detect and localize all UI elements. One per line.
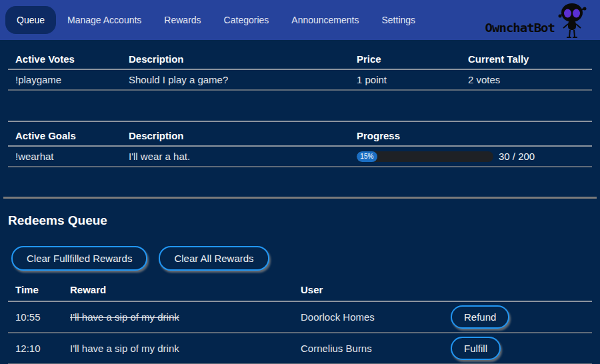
vote-description: Should I play a game? <box>121 70 349 91</box>
progress-count: 30 / 200 <box>499 151 535 162</box>
col-description: Description <box>121 49 349 70</box>
redeem-user: Doorlock Homes <box>293 302 449 333</box>
active-goals-header-row: Active Goals Description Progress <box>8 122 592 147</box>
tab-manage-accounts[interactable]: Manage Accounts <box>56 6 153 34</box>
redeem-time: 12:10 <box>8 333 63 364</box>
tab-queue[interactable]: Queue <box>5 6 56 34</box>
active-goals-table: Active Goals Description Progress !wearh… <box>8 121 592 167</box>
tab-announcements[interactable]: Announcements <box>280 6 370 34</box>
logo-text: OwnchatBot <box>485 21 555 35</box>
col-reward: Reward <box>63 279 293 302</box>
redeem-reward: I'll have a sip of my drink <box>70 343 179 354</box>
clear-all-button[interactable]: Clear All Rewards <box>159 246 269 271</box>
vote-tally: 2 votes <box>461 70 592 91</box>
col-progress: Progress <box>349 122 592 147</box>
active-votes-header-row: Active Votes Description Price Current T… <box>8 49 592 70</box>
page-content: Active Votes Description Price Current T… <box>0 49 600 364</box>
goal-row: !wearhat I'll wear a hat. 15% 30 / 200 <box>8 147 592 167</box>
vote-command: !playgame <box>8 70 121 91</box>
app-logo: OwnchatBot <box>485 0 589 40</box>
redeem-row: 12:10 I'll have a sip of my drink Cornel… <box>8 333 592 364</box>
active-votes-table: Active Votes Description Price Current T… <box>8 49 592 91</box>
col-active-votes: Active Votes <box>8 49 121 70</box>
fulfill-button[interactable]: Fulfill <box>451 337 501 360</box>
robot-mascot-icon <box>555 3 589 39</box>
redeem-time: 10:55 <box>8 302 63 333</box>
tab-settings[interactable]: Settings <box>370 6 427 34</box>
redeems-actions: Clear Fullfilled Rewards Clear All Rewar… <box>8 246 592 271</box>
redeems-header-row: Time Reward User <box>8 279 592 302</box>
redeems-table: Time Reward User 10:55 I'll have a sip o… <box>8 279 592 364</box>
redeems-queue-title: Redeems Queue <box>8 213 592 228</box>
clear-fulfilled-button[interactable]: Clear Fullfilled Rewards <box>11 246 147 271</box>
refund-button[interactable]: Refund <box>451 305 509 329</box>
col-time: Time <box>8 279 63 302</box>
col-action <box>449 279 592 302</box>
col-goal-description: Description <box>121 122 349 147</box>
col-price: Price <box>349 49 461 70</box>
redeem-row: 10:55 I'll have a sip of my drink Doorlo… <box>8 302 592 333</box>
vote-row: !playgame Should I play a game? 1 point … <box>8 70 592 91</box>
top-nav: Queue Manage Accounts Rewards Categories… <box>0 0 600 40</box>
goal-command: !wearhat <box>8 147 121 167</box>
col-current-tally: Current Tally <box>461 49 592 70</box>
goal-description: I'll wear a hat. <box>121 147 349 167</box>
redeem-user: Cornelius Burns <box>293 333 449 364</box>
progress-fill: 15% <box>357 151 377 162</box>
goal-progress-cell: 15% 30 / 200 <box>349 147 592 167</box>
col-active-goals: Active Goals <box>8 122 121 147</box>
col-user: User <box>293 279 449 302</box>
vote-price: 1 point <box>349 70 461 91</box>
redeem-reward: I'll have a sip of my drink <box>70 311 179 323</box>
tab-rewards[interactable]: Rewards <box>153 6 212 34</box>
progress-bar: 15% <box>357 151 493 162</box>
tab-categories[interactable]: Categories <box>213 6 281 34</box>
section-divider <box>3 197 597 199</box>
